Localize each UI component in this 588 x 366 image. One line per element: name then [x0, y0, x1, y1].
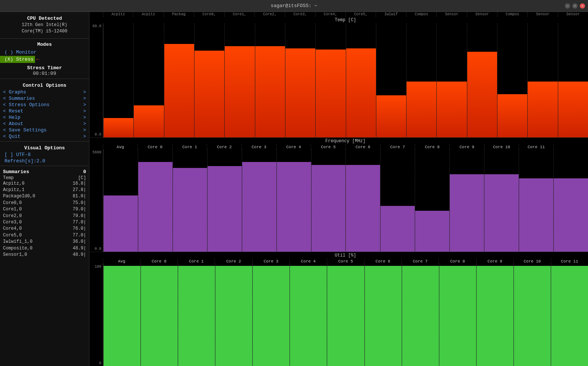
- util-bar-fill-8: [402, 266, 439, 366]
- menu-item-5[interactable]: < About>: [0, 121, 89, 127]
- temp-col-label-13: Compos: [497, 12, 527, 17]
- freq-col-label-3: Core 2: [207, 144, 241, 150]
- temp-col-label-7: Core4,: [315, 12, 345, 17]
- menu-item-left-4: < Help: [3, 115, 20, 120]
- freq-bar-fill-13: [554, 178, 588, 252]
- temp-bar-col-2: [164, 23, 194, 137]
- freq-y-max: 5600: [89, 150, 101, 155]
- visual-options-label: Visual Options: [0, 143, 89, 152]
- summaries-title: Summaries 0: [0, 168, 89, 175]
- temp-bar-col-8: [346, 23, 376, 137]
- summary-label-8: Core5,0: [3, 232, 22, 239]
- util-bar-fill-9: [439, 266, 476, 366]
- summary-label-2: PackageId0,0: [3, 193, 35, 200]
- summary-row-8: Core5,077.0|: [0, 232, 89, 239]
- freq-bar-fill-1: [138, 162, 173, 252]
- util-header-label: Util [%]: [103, 252, 588, 259]
- summary-row-10: Composite,048.9|: [0, 245, 89, 252]
- freq-col-label-10: Core 9: [449, 144, 484, 150]
- freq-bar-col-13: [553, 150, 588, 252]
- util-bar-col-2: [178, 264, 215, 366]
- cpu-detected-label: CPU Detected: [0, 14, 89, 22]
- freq-bar-col-10: [449, 150, 484, 252]
- mode-stress[interactable]: (X) Stress: [0, 56, 35, 63]
- freq-col-row: AvgCore 0Core 1Core 2Core 3Core 4Core 5C…: [89, 144, 588, 150]
- main-layout: CPU Detected 12th Gen Intel(R) Core(TM) …: [0, 12, 588, 366]
- util-bar-col-10: [476, 264, 513, 366]
- menu-item-right-6: >: [83, 127, 86, 133]
- menu-item-right-3: >: [83, 108, 86, 114]
- cpu-info-line2: Core(TM) i5-12400: [0, 28, 89, 35]
- temp-col-label-5: Core2,: [255, 12, 285, 17]
- util-y-min: 0: [89, 361, 101, 365]
- cpu-info: 12th Gen Intel(R) Core(TM) i5-12400: [0, 22, 89, 37]
- freq-col-label-8: Core 7: [380, 144, 415, 150]
- util-col-label-1: Core 0: [140, 259, 177, 264]
- freq-col-label-9: Core 8: [415, 144, 449, 150]
- summary-label-3: Core0,0: [3, 200, 22, 206]
- summary-row-11: Sensor1,048.9|: [0, 252, 89, 258]
- temp-bar-col-3: [194, 23, 224, 137]
- summary-label-11: Sensor1,0: [3, 252, 27, 258]
- freq-col-label-12: Core 11: [519, 144, 553, 150]
- mode-monitor[interactable]: ( ) Monitor: [0, 49, 89, 56]
- summary-label-9: Iwlwifi_1,0: [3, 239, 32, 245]
- temp-y-min: 0.0: [89, 133, 101, 137]
- menu-item-0[interactable]: < Graphs>: [0, 89, 89, 95]
- freq-header-row: Frequency [MHz]: [89, 138, 588, 144]
- util-bar-col-12: [551, 264, 588, 366]
- util-bar-col-9: [439, 264, 476, 366]
- maximize-button[interactable]: +: [572, 3, 578, 9]
- freq-bar-fill-8: [380, 206, 415, 252]
- summaries-header-right: [C]: [78, 175, 86, 181]
- freq-col-label-5: Core 4: [276, 144, 311, 150]
- close-button[interactable]: ×: [580, 3, 585, 9]
- stress-arrow: ←: [35, 57, 39, 62]
- summary-row-9: Iwlwifi_1,036.0|: [0, 239, 89, 245]
- util-bar-fill-3: [215, 266, 252, 366]
- temp-bar-col-6: [285, 23, 315, 137]
- menu-item-2[interactable]: < Stress Options>: [0, 102, 89, 108]
- freq-bar-fill-3: [208, 166, 242, 252]
- summary-value-11: 48.9|: [73, 252, 86, 258]
- util-bar-fill-7: [365, 266, 402, 366]
- temp-bar-fill-12: [467, 52, 497, 137]
- menu-item-1[interactable]: < Summaries>: [0, 95, 89, 102]
- summary-row-4: Core1,079.0|: [0, 206, 89, 213]
- temp-col-label-2: Packag: [164, 12, 194, 17]
- freq-col-labels: AvgCore 0Core 1Core 2Core 3Core 4Core 5C…: [103, 144, 588, 150]
- modes-label: Modes: [0, 40, 89, 49]
- temp-col-label-15: Sensor: [558, 12, 588, 17]
- menu-item-6[interactable]: < Save Settings>: [0, 127, 89, 133]
- util-bar-fill-10: [477, 266, 513, 366]
- menu-item-left-2: < Stress Options: [3, 102, 50, 108]
- window-controls: − + ×: [565, 3, 585, 9]
- freq-bar-col-4: [242, 150, 276, 252]
- summary-value-9: 36.0|: [73, 239, 86, 245]
- stress-timer: Stress Timer 00:01:09: [0, 63, 89, 77]
- menu-item-4[interactable]: < Help>: [0, 114, 89, 121]
- temp-bar-fill-3: [195, 51, 224, 137]
- util-bar-col-0: [103, 264, 140, 366]
- util-col-label-2: Core 1: [177, 259, 215, 264]
- temp-labels: AcpitzAcpitzPackagCore0,Core1,Core2,Core…: [103, 12, 588, 17]
- util-bar-col-8: [402, 264, 439, 366]
- temp-bar-fill-1: [134, 105, 164, 137]
- temp-bar-col-5: [255, 23, 285, 137]
- summary-label-0: Acpitz,0: [3, 181, 25, 187]
- util-col-label-10: Core 9: [476, 259, 513, 264]
- freq-bar-fill-2: [173, 168, 207, 252]
- temp-bars: [103, 23, 588, 137]
- freq-bar-fill-9: [415, 211, 449, 252]
- menu-item-3[interactable]: < Reset>: [0, 108, 89, 114]
- temp-bar-fill-11: [437, 82, 467, 137]
- menu-item-7[interactable]: < Quit>: [0, 133, 89, 140]
- util-bar-col-5: [290, 264, 327, 366]
- temp-header-row: Temp [C]: [89, 17, 588, 23]
- freq-bar-fill-6: [312, 165, 346, 252]
- freq-bar-fill-5: [277, 162, 311, 252]
- menu-item-left-7: < Quit: [3, 134, 20, 139]
- summary-row-5: Core2,079.0|: [0, 213, 89, 219]
- minimize-button[interactable]: −: [565, 3, 570, 9]
- menu-item-right-7: >: [83, 134, 86, 139]
